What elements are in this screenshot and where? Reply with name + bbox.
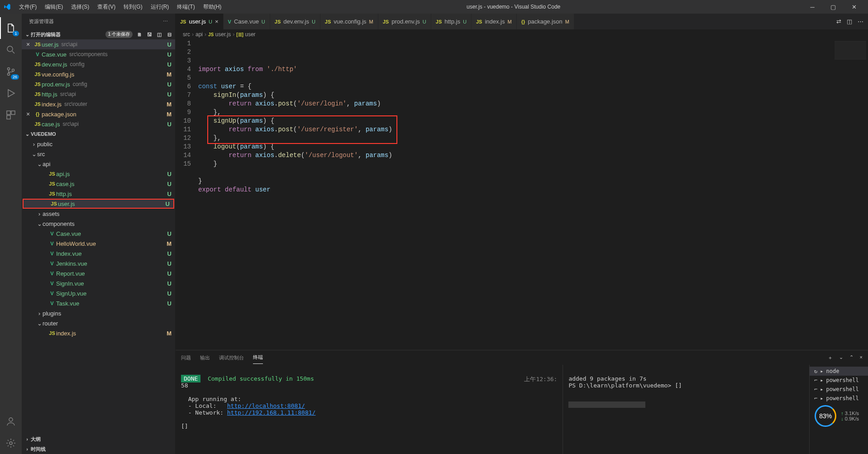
maximize-button[interactable]: ▢ [823,0,844,14]
folder-item[interactable]: ⌄router [22,318,175,328]
editor-tab[interactable]: JSdev.env.jsU [270,14,320,29]
breadcrumb-item[interactable]: api [196,31,203,38]
minimap[interactable] [823,39,868,350]
network-url-link[interactable]: http://192.168.1.11:8081/ [227,409,316,416]
menu-item[interactable]: 选择(S) [67,1,93,13]
close-all-icon[interactable]: ⊟ [165,32,173,38]
file-item[interactable]: JScase.jsU [22,179,175,189]
breadcrumb[interactable]: src›api›JS user.js›[☰] user [176,29,868,39]
timeline-header[interactable]: › 时间线 [22,444,175,454]
file-item[interactable]: VCase.vueU [22,229,175,239]
activity-account[interactable] [0,411,22,432]
menu-item[interactable]: 查看(V) [94,1,119,13]
file-item[interactable]: JShttp.jsU [22,189,175,199]
menu-item[interactable]: 运行(R) [147,1,173,13]
folder-item[interactable]: ›assets [22,209,175,219]
sidebar-more-icon[interactable]: ⋯ [163,19,168,24]
activity-scm[interactable]: 26 [0,61,22,82]
more-icon[interactable]: ⋯ [858,18,863,25]
new-file-icon[interactable]: 🗎 [135,32,143,38]
close-icon[interactable]: × [24,41,33,48]
open-editors-header[interactable]: ⌄ 打开的编辑器 1 个未保存 🗎 🖫 ◫ ⊟ [22,29,175,39]
new-terminal-icon[interactable]: ＋ [828,354,833,361]
panel-tab[interactable]: 问题 [181,352,191,364]
file-icon: V [48,271,56,276]
minimize-button[interactable]: ─ [802,0,823,14]
editor-tab[interactable]: JSuser.jsU× [176,14,224,29]
editor-tab[interactable]: {}package.jsonM [517,14,574,29]
file-item[interactable]: JSuser.jsU [23,199,174,209]
terminal-item[interactable]: ⌐▸powershell [810,394,868,403]
open-editor-item[interactable]: ×VCase.vuesrc\componentsU [22,49,175,59]
file-item[interactable]: VHelloWorld.vueM [22,239,175,249]
open-editor-item[interactable]: ×JSdev.env.jsconfigU [22,59,175,69]
open-editor-item[interactable]: ×JSvue.config.jsM [22,69,175,79]
outline-header[interactable]: › 大纲 [22,434,175,444]
close-icon[interactable]: × [215,18,219,25]
code-lines[interactable]: import axios from './http' const user = … [198,39,868,350]
local-url-link[interactable]: http://localhost:8081/ [227,402,305,409]
breadcrumb-item[interactable]: src [183,31,190,38]
open-editor-item[interactable]: ×JShttp.jssrc\apiU [22,89,175,99]
file-item[interactable]: VReport.vueU [22,268,175,278]
chevron-down-icon[interactable]: ⌄ [839,354,843,361]
menu-item[interactable]: 转到(G) [120,1,146,13]
menu-item[interactable]: 文件(F) [15,1,40,13]
editor-tab[interactable]: JShttp.jsU [431,14,472,29]
terminal-item[interactable]: ↻▸node [810,367,868,376]
terminal-item[interactable]: ⌐▸powershell [810,385,868,394]
file-item[interactable]: VIndex.vueU [22,249,175,258]
file-item[interactable]: JSindex.jsM [22,328,175,338]
layout-icon[interactable]: ◫ [155,32,163,38]
folder-item[interactable]: ›plugins [22,308,175,318]
folder-item[interactable]: ›public [22,139,175,149]
breadcrumb-item[interactable]: JS user.js [208,31,231,38]
editor-tab[interactable]: JSvue.config.jsM [320,14,378,29]
activity-debug[interactable] [0,82,22,104]
close-button[interactable]: ✕ [844,0,864,14]
terminal-name: powershell [826,377,858,383]
open-editor-item[interactable]: ×JSindex.jssrc\routerM [22,99,175,109]
editor-tab[interactable]: JSprod.env.jsU [378,14,431,29]
close-panel-icon[interactable]: × [860,354,863,361]
project-header[interactable]: ⌄ VUEDEMO [22,129,175,139]
terminal-left[interactable]: DONE Compiled successfully in 150ms上午12:… [176,365,563,454]
folder-item[interactable]: ⌄src [22,149,175,159]
tree-name: Index.vue [56,250,81,257]
folder-item[interactable]: ⌄api [22,159,175,169]
activity-settings[interactable] [0,432,22,454]
split-icon[interactable]: ◫ [847,18,852,25]
editor-tab[interactable]: VCase.vueU [224,14,270,29]
open-editor-item[interactable]: ×JSuser.jssrc\apiU [22,39,175,49]
panel-tab[interactable]: 输出 [200,352,210,364]
compare-icon[interactable]: ⇄ [836,18,841,25]
breadcrumb-item[interactable]: [☰] user [236,31,255,38]
editor-tab[interactable]: JSindex.jsM [472,14,517,29]
chevron-down-icon: ⌄ [24,131,31,137]
svg-rect-7 [7,115,10,119]
panel-content: DONE Compiled successfully in 150ms上午12:… [176,365,868,454]
terminal-item[interactable]: ⌐▸powershell [810,376,868,385]
folder-item[interactable]: ⌄components [22,219,175,229]
terminal-right[interactable]: added 9 packages in 7s PS D:\learn\platf… [563,365,809,454]
file-item[interactable]: VSignIn.vueU [22,278,175,288]
activity-search[interactable] [0,39,22,61]
menu-item[interactable]: 编辑(E) [41,1,67,13]
maximize-panel-icon[interactable]: ⌃ [849,354,854,361]
open-editor-item[interactable]: ×JScase.jssrc\apiU [22,119,175,129]
panel-tab[interactable]: 终端 [253,351,263,364]
menu-item[interactable]: 帮助(H) [200,1,225,13]
open-editor-item[interactable]: ×{}package.jsonM [22,109,175,119]
file-item[interactable]: VSignUp.vueU [22,288,175,298]
panel-tab[interactable]: 调试控制台 [219,352,244,364]
menu-item[interactable]: 终端(T) [173,1,198,13]
save-all-icon[interactable]: 🖫 [145,32,153,38]
close-icon[interactable]: × [24,110,33,118]
open-editor-item[interactable]: ×JSprod.env.jsconfigU [22,79,175,89]
file-item[interactable]: VJenkins.vueU [22,258,175,268]
code-editor[interactable]: 123456789101112131415 import axios from … [176,39,868,350]
file-item[interactable]: VTask.vueU [22,298,175,308]
activity-explorer[interactable]: 1 [0,17,22,39]
file-item[interactable]: JSapi.jsU [22,169,175,179]
activity-extensions[interactable] [0,104,22,126]
